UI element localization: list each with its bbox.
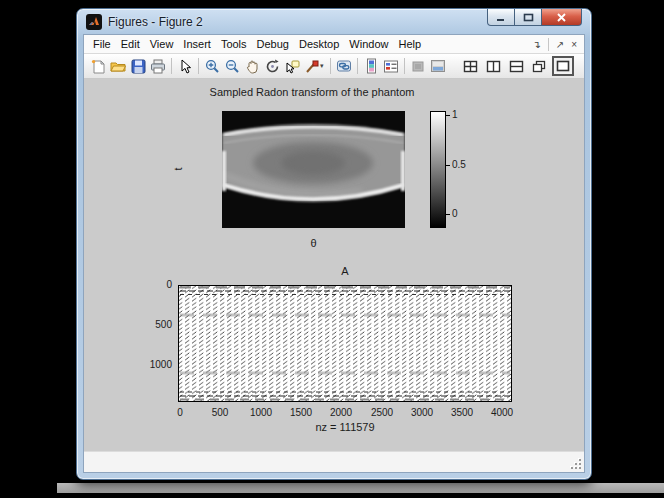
toolbar-separator [357,58,358,74]
spy-xtick-3000: 3000 [402,407,442,418]
toolbar-separator [198,58,199,74]
menu-window[interactable]: Window [344,37,393,51]
layout-split-vertical-icon[interactable] [483,56,503,76]
spy-plot [178,285,512,402]
pan-hand-icon[interactable] [242,56,262,76]
save-icon[interactable] [128,56,148,76]
menubar-right-controls: ↴ ↗ × [532,38,580,51]
radon-xlabel: θ [222,237,405,249]
menu-edit[interactable]: Edit [116,37,145,51]
window-controls [487,9,582,26]
zoom-out-icon[interactable] [222,56,242,76]
brush-dropdown-icon[interactable]: ▾ [320,62,327,70]
resize-grip-icon[interactable] [569,457,581,469]
spy-xlabel: nz = 111579 [178,421,512,433]
toolbar-separator [171,58,172,74]
link-plots-icon[interactable] [334,56,354,76]
dock-arrow-icon[interactable]: ↗ [556,39,564,50]
screenshot-stage: Figures - Figure 2 File Edit View Insert… [0,0,664,498]
insert-colorbar-icon[interactable] [361,56,381,76]
plot-tools-icon[interactable] [428,56,448,76]
window-client-area: File Edit View Insert Tools Debug Deskto… [83,34,585,473]
spy-xtick-500: 500 [200,407,240,418]
spy-xtick-2000: 2000 [321,407,361,418]
layout-float-icon[interactable] [529,56,549,76]
layout-grid-icon[interactable] [460,56,480,76]
menu-file[interactable]: File [88,37,116,51]
layout-single-selected [552,56,574,76]
layout-buttons [460,56,574,76]
background-taskbar-strip [57,483,664,493]
open-folder-icon[interactable] [108,56,128,76]
colorbar-tick [446,115,450,116]
layout-single-icon[interactable] [555,59,571,73]
spy-xtick-1000: 1000 [241,407,281,418]
print-icon[interactable] [148,56,168,76]
zoom-in-icon[interactable] [202,56,222,76]
spy-ytick-0: 0 [136,279,172,290]
radon-sinogram-image [222,111,405,228]
close-button[interactable] [542,9,582,26]
minimize-button[interactable] [487,9,515,26]
menubar-separator [548,38,549,51]
spy-ytick-500: 500 [136,319,172,330]
status-bar [84,451,584,472]
window-title: Figures - Figure 2 [108,15,203,29]
colorbar-tick-label-0_5: 0.5 [452,159,466,170]
colorbar [430,111,446,228]
menu-view[interactable]: View [145,37,179,51]
hide-plot-tools-icon[interactable] [408,56,428,76]
new-file-icon[interactable] [88,56,108,76]
menu-debug[interactable]: Debug [252,37,294,51]
figure-toolbar: ▾ [84,54,584,79]
colorbar-tick-label-1: 1 [452,109,458,120]
rotate-3d-icon[interactable] [262,56,282,76]
spy-xtick-0: 0 [160,407,200,418]
matlab-logo-icon [86,14,102,30]
radon-title: Sampled Radon transform of the phantom [122,86,502,98]
spy-xtick-1500: 1500 [281,407,321,418]
menu-tools[interactable]: Tools [216,37,252,51]
colorbar-tick-label-0: 0 [452,208,458,219]
colorbar-tick [446,214,450,215]
toolbar-separator [330,58,331,74]
figures-window: Figures - Figure 2 File Edit View Insert… [76,8,592,480]
data-cursor-icon[interactable] [282,56,302,76]
brush-icon[interactable] [302,56,322,76]
spy-title: A [178,265,512,277]
pointer-icon[interactable] [175,56,195,76]
colorbar-tick [446,165,450,166]
spy-ytick-1000: 1000 [136,359,172,370]
maximize-button[interactable] [515,9,542,26]
spy-xtick-3500: 3500 [442,407,482,418]
layout-split-horizontal-icon[interactable] [506,56,526,76]
insert-legend-icon[interactable] [381,56,401,76]
spy-xtick-4000: 4000 [482,407,522,418]
figure-canvas: Sampled Radon transform of the phantom [84,79,584,451]
spy-xtick-2500: 2500 [362,407,402,418]
toolbar-separator [404,58,405,74]
menu-help[interactable]: Help [393,37,426,51]
radon-ylabel: t [172,167,184,170]
menu-desktop[interactable]: Desktop [294,37,344,51]
menu-bar: File Edit View Insert Tools Debug Deskto… [84,35,584,54]
menu-insert[interactable]: Insert [178,37,216,51]
undock-icon[interactable]: ↴ [532,39,540,50]
panel-close-icon[interactable]: × [571,39,577,50]
